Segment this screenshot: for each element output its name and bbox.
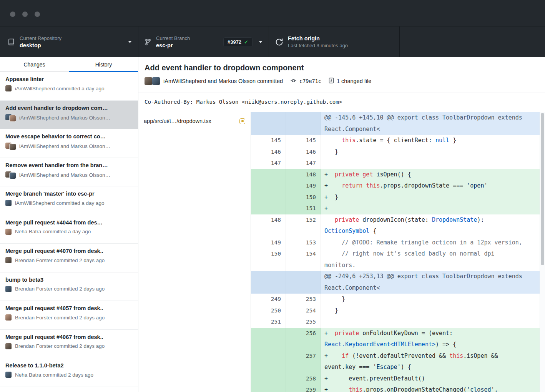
file-list-item[interactable]: app/src/ui/t…/dropdown.tsx <box>138 112 251 130</box>
fetch-label: Fetch origin <box>288 35 348 42</box>
code-line-text: + private get isOpen() { <box>321 169 545 181</box>
old-line-number: 148 <box>251 214 286 237</box>
author-avatars <box>5 372 12 378</box>
commit-title: Add event handler to dropdown com… <box>5 105 133 111</box>
new-line-number: 257 <box>286 350 321 373</box>
commit-meta-text: Neha Batra committed a day ago <box>15 229 91 234</box>
minimize-button[interactable] <box>22 12 28 17</box>
old-line-number: 149 <box>251 237 286 249</box>
old-line-number <box>251 384 286 392</box>
commit-meta: iAmWillShepherd and Markus Olsson… <box>5 114 133 121</box>
old-line-number <box>251 373 286 385</box>
diff-line-row: 147147 <box>251 158 545 169</box>
diff-viewer[interactable]: @@ -145,6 +145,10 @@ export class Toolba… <box>251 112 545 392</box>
code-line-text: this.state = { clientRect: null } <box>321 135 545 146</box>
commit-list-item[interactable]: Merge pull request #4068 from des… <box>0 387 138 392</box>
commit-meta: iAmWillShepherd and Markus Olsson… <box>5 143 133 150</box>
commit-meta-text: Brendan Forster committed 2 days ago <box>15 257 105 263</box>
code-line-text: } <box>321 146 545 158</box>
code-line-text: private dropdownIcon(state: DropdownStat… <box>321 214 545 237</box>
commit-list-item[interactable]: Release to 1.1.0-beta2Neha Batra committ… <box>0 358 138 387</box>
code-line-text: } <box>321 294 545 305</box>
commit-meta-row: iAmWillShepherd and Markus Olsson commit… <box>145 77 539 85</box>
diff-line-row: 258+ event.preventDefault() <box>251 373 545 385</box>
commit-title: Remove event handler from the bran… <box>5 162 133 168</box>
repository-label: Current Repository <box>20 35 61 41</box>
new-line-number: 153 <box>286 237 321 249</box>
commit-meta-text: iAmWillShepherd committed a day ago <box>15 200 105 206</box>
repo-icon <box>8 38 15 46</box>
old-line-number: 251 <box>251 316 286 328</box>
commit-meta: Neha Batra committed a day ago <box>5 229 133 235</box>
old-line-number <box>251 112 286 135</box>
diff-line-row: 250254 } <box>251 305 545 317</box>
commit-byline: iAmWillShepherd and Markus Olsson commit… <box>163 78 283 84</box>
scrollbar-thumb[interactable] <box>541 113 544 265</box>
repository-selector[interactable]: Current Repository desktop <box>0 27 138 57</box>
diff-scrollbar[interactable] <box>540 112 545 392</box>
author-avatar <box>152 77 160 85</box>
sync-icon <box>275 38 283 46</box>
commit-list[interactable]: Appease linteriAmWillShepherd committed … <box>0 72 138 392</box>
commit-list-item[interactable]: Move escape behavior to correct co…iAmWi… <box>0 129 138 158</box>
author-avatars <box>5 229 12 235</box>
new-line-number: 147 <box>286 158 321 169</box>
diff-line-row: 251255 <box>251 316 545 328</box>
commit-list-item[interactable]: Merge pull request #4044 from des…Neha B… <box>0 215 138 244</box>
commit-list-item[interactable]: Merge pull request #4070 from desk..Bren… <box>0 244 138 272</box>
commit-list-item[interactable]: Remove event handler from the bran…iAmWi… <box>0 158 138 187</box>
close-button[interactable] <box>10 12 15 17</box>
commit-meta: iAmWillShepherd committed a day ago <box>5 200 133 206</box>
commit-list-item[interactable]: Add event handler to dropdown com…iAmWil… <box>0 101 138 130</box>
commit-list-item[interactable]: Merge pull request #4067 from desk..Bren… <box>0 330 138 359</box>
new-line-number: 150 <box>286 192 321 203</box>
toolbar-spacer <box>400 27 545 57</box>
github-desktop-window: Current Repository desktop Current Branc… <box>0 0 545 392</box>
commit-title: bump to beta3 <box>5 277 133 283</box>
branch-name: esc-pr <box>156 42 190 48</box>
fetch-origin-button[interactable]: Fetch origin Last fetched 3 minutes ago <box>269 27 400 57</box>
commit-list-item[interactable]: Merge pull request #4057 from desk..Bren… <box>0 301 138 330</box>
tab-changes[interactable]: Changes <box>0 57 69 71</box>
new-line-number: 154 <box>286 248 321 271</box>
commit-meta-text: Brendan Forster committed 2 days ago <box>15 315 105 321</box>
code-line-text: + <box>321 203 545 214</box>
diff-line-row: 148+ private get isOpen() { <box>251 169 545 181</box>
commit-list-item[interactable]: Merge branch 'master' into esc-priAmWill… <box>0 186 138 215</box>
diff-line-row: 150+ } <box>251 192 545 203</box>
commit-sha[interactable]: c79e71c <box>299 78 321 84</box>
commit-header: Add event handler to dropdown component … <box>138 57 545 93</box>
author-avatar <box>10 144 16 150</box>
code-line-text: + event.preventDefault() <box>321 373 545 385</box>
hunk-header-text: @@ -145,6 +145,10 @@ export class Toolba… <box>321 112 545 135</box>
pr-status-badge[interactable]: #3972 ✓ <box>223 37 253 47</box>
author-avatar <box>5 372 12 378</box>
zoom-button[interactable] <box>35 12 40 17</box>
fetch-status: Last fetched 3 minutes ago <box>288 43 348 48</box>
tab-history[interactable]: History <box>69 57 138 71</box>
old-line-number <box>251 328 286 350</box>
author-avatar <box>5 314 12 321</box>
commit-meta-text: iAmWillShepherd and Markus Olsson… <box>19 115 110 121</box>
file-modified-icon <box>239 118 245 124</box>
commit-title: Merge pull request #4067 from desk.. <box>5 334 133 340</box>
author-avatar <box>5 200 12 206</box>
committer-avatars <box>145 77 160 85</box>
branch-selector[interactable]: Current Branch esc-pr #3972 ✓ <box>138 27 269 57</box>
author-avatars <box>5 343 12 349</box>
author-avatar <box>5 85 12 91</box>
old-line-number <box>251 271 286 294</box>
commit-list-item[interactable]: bump to beta3Brendan Forster committed 2… <box>0 272 138 301</box>
new-line-number: 254 <box>286 305 321 317</box>
commit-meta: Neha Batra committed 2 days ago <box>5 372 133 378</box>
commit-meta-text: iAmWillShepherd and Markus Olsson… <box>19 143 110 149</box>
commit-summary-title: Add event handler to dropdown component <box>145 63 539 72</box>
new-line-number: 152 <box>286 214 321 237</box>
commit-meta: Brendan Forster committed 2 days ago <box>5 286 133 292</box>
commit-title: Merge pull request #4044 from des… <box>5 219 133 226</box>
diff-line-row: 145145 this.state = { clientRect: null } <box>251 135 545 146</box>
commit-list-item[interactable]: Appease linteriAmWillShepherd committed … <box>0 72 138 101</box>
old-line-number: 145 <box>251 135 286 146</box>
old-line-number <box>251 203 286 214</box>
commit-description: Co-Authored-By: Markus Olsson <niik@user… <box>138 93 545 112</box>
